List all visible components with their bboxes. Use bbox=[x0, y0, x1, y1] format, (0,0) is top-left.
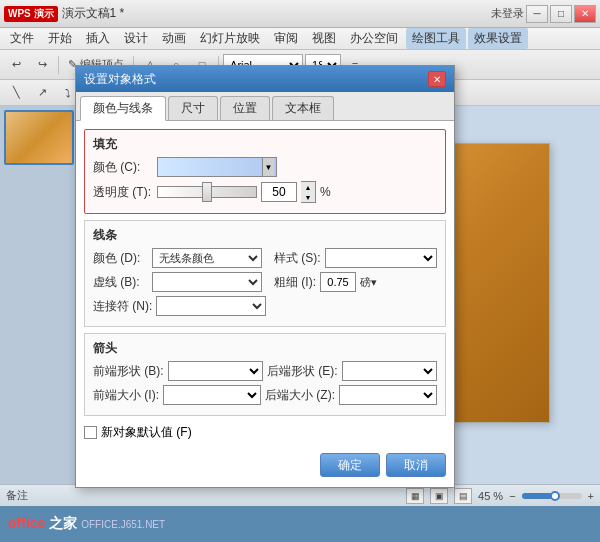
dialog-tabs: 颜色与线条 尺寸 位置 文本框 bbox=[76, 92, 454, 121]
login-text: 未登录 bbox=[491, 6, 524, 21]
front-shape-row: 前端形状 (B): 后端形状 (E): bbox=[93, 361, 437, 381]
dialog-content: 填充 颜色 (C): ▼ 透明度 (T): 50 bbox=[76, 121, 454, 487]
menu-office-space[interactable]: 办公空间 bbox=[344, 28, 404, 49]
transparency-spin-buttons: ▲ ▼ bbox=[301, 181, 316, 203]
status-right: ▦ ▣ ▤ 45 % − + bbox=[406, 488, 594, 504]
menu-start[interactable]: 开始 bbox=[42, 28, 78, 49]
tab-size[interactable]: 尺寸 bbox=[168, 96, 218, 120]
line-width-unit: 磅▾ bbox=[360, 275, 377, 290]
format-object-dialog: 设置对象格式 ✕ 颜色与线条 尺寸 位置 文本框 填充 颜色 (C): ▼ bbox=[75, 65, 455, 488]
line-dash-select[interactable] bbox=[152, 272, 262, 292]
line-dash-label: 虚线 (B): bbox=[93, 274, 148, 291]
arrow-section: 箭头 前端形状 (B): 后端形状 (E): 前端大小 (I): 后端大小 (Z… bbox=[84, 333, 446, 416]
title-bar-right: 未登录 ─ □ ✕ bbox=[491, 5, 596, 23]
back-shape-select[interactable] bbox=[342, 361, 437, 381]
slide-thumbnail[interactable] bbox=[4, 110, 74, 165]
transparency-thumb[interactable] bbox=[202, 182, 212, 202]
wps-logo: WPS 演示 bbox=[4, 6, 58, 22]
view-slide-btn[interactable]: ▣ bbox=[430, 488, 448, 504]
line-section-title: 线条 bbox=[93, 227, 437, 244]
default-checkbox-label: 新对象默认值 (F) bbox=[101, 424, 192, 441]
transparency-spin-up[interactable]: ▲ bbox=[301, 182, 315, 192]
zoom-handle[interactable] bbox=[550, 491, 560, 501]
dialog-close-button[interactable]: ✕ bbox=[428, 71, 446, 87]
arrow-section-title: 箭头 bbox=[93, 340, 437, 357]
line-style-select[interactable] bbox=[325, 248, 437, 268]
office-suffix: 之家 bbox=[49, 515, 77, 531]
main-window: WPS 演示 演示文稿1 * 未登录 ─ □ ✕ 文件 开始 插入 设计 动画 … bbox=[0, 0, 600, 542]
status-notes: 备注 bbox=[6, 488, 28, 503]
view-normal-btn[interactable]: ▦ bbox=[406, 488, 424, 504]
front-shape-select[interactable] bbox=[168, 361, 263, 381]
zoom-slider[interactable] bbox=[522, 493, 582, 499]
fill-section-title: 填充 bbox=[93, 136, 437, 153]
dialog-title-bar: 设置对象格式 ✕ bbox=[76, 66, 454, 92]
line-color-select[interactable]: 无线条颜色 bbox=[152, 248, 262, 268]
line-connector-label: 连接符 (N): bbox=[93, 298, 152, 315]
line-connector-row: 连接符 (N): bbox=[93, 296, 437, 316]
dialog-buttons: 确定 取消 bbox=[84, 449, 446, 479]
line-color-label: 颜色 (D): bbox=[93, 250, 148, 267]
menu-review[interactable]: 审阅 bbox=[268, 28, 304, 49]
slide-thumb-container: 1 bbox=[4, 110, 75, 165]
transparency-label: 透明度 (T): bbox=[93, 184, 153, 201]
tool-btn-2[interactable]: ↪ bbox=[30, 54, 54, 76]
back-size-select[interactable] bbox=[339, 385, 437, 405]
line-dash-row: 虚线 (B): 粗细 (I): 0.75 磅▾ bbox=[93, 272, 437, 292]
office-url: OFFICE.J651.NET bbox=[81, 519, 165, 530]
cancel-button[interactable]: 取消 bbox=[386, 453, 446, 477]
menu-file[interactable]: 文件 bbox=[4, 28, 40, 49]
line-color-row: 颜色 (D): 无线条颜色 样式 (S): bbox=[93, 248, 437, 268]
transparency-slider[interactable] bbox=[157, 186, 257, 198]
default-checkbox-row: 新对象默认值 (F) bbox=[84, 424, 446, 441]
front-size-select[interactable] bbox=[163, 385, 261, 405]
dialog-title-text: 设置对象格式 bbox=[84, 71, 156, 88]
line-connector-select[interactable] bbox=[156, 296, 266, 316]
fill-color-row: 颜色 (C): ▼ bbox=[93, 157, 437, 177]
tool2-2[interactable]: ↗ bbox=[30, 82, 54, 104]
menu-view[interactable]: 视图 bbox=[306, 28, 342, 49]
tab-textbox[interactable]: 文本框 bbox=[272, 96, 334, 120]
line-width-label: 粗细 (I): bbox=[274, 274, 316, 291]
line-width-input[interactable]: 0.75 bbox=[320, 272, 356, 292]
ok-button[interactable]: 确定 bbox=[320, 453, 380, 477]
front-size-row: 前端大小 (I): 后端大小 (Z): bbox=[93, 385, 437, 405]
tool-btn-1[interactable]: ↩ bbox=[4, 54, 28, 76]
tool2-1[interactable]: ╲ bbox=[4, 82, 28, 104]
status-left: 备注 bbox=[6, 488, 28, 503]
bottom-strip: office 之家 OFFICE.J651.NET bbox=[0, 506, 600, 542]
fill-transparency-row: 透明度 (T): 50 ▲ ▼ % bbox=[93, 181, 437, 203]
office-brand-text: office 之家 bbox=[8, 515, 77, 533]
toolbar-sep-1 bbox=[58, 56, 59, 74]
menu-draw-tools[interactable]: 绘图工具 bbox=[406, 28, 466, 49]
front-size-label: 前端大小 (I): bbox=[93, 387, 159, 404]
doc-title: 演示文稿1 * bbox=[62, 5, 125, 22]
office-word: office bbox=[8, 515, 45, 531]
zoom-plus-icon[interactable]: + bbox=[588, 490, 594, 502]
default-checkbox[interactable] bbox=[84, 426, 97, 439]
back-size-label: 后端大小 (Z): bbox=[265, 387, 335, 404]
tab-color-lines[interactable]: 颜色与线条 bbox=[80, 96, 166, 121]
menu-bar: 文件 开始 插入 设计 动画 幻灯片放映 审阅 视图 办公空间 绘图工具 效果设… bbox=[0, 28, 600, 50]
fill-color-picker[interactable]: ▼ bbox=[157, 157, 277, 177]
menu-insert[interactable]: 插入 bbox=[80, 28, 116, 49]
menu-design[interactable]: 设计 bbox=[118, 28, 154, 49]
transparency-spin-down[interactable]: ▼ bbox=[301, 192, 315, 202]
menu-slideshow[interactable]: 幻灯片放映 bbox=[194, 28, 266, 49]
front-shape-label: 前端形状 (B): bbox=[93, 363, 164, 380]
login-area: 未登录 bbox=[491, 6, 524, 21]
close-button[interactable]: ✕ bbox=[574, 5, 596, 23]
tab-position[interactable]: 位置 bbox=[220, 96, 270, 120]
fill-color-label: 颜色 (C): bbox=[93, 159, 153, 176]
transparency-input[interactable]: 50 bbox=[261, 182, 297, 202]
minimize-button[interactable]: ─ bbox=[526, 5, 548, 23]
maximize-button[interactable]: □ bbox=[550, 5, 572, 23]
zoom-minus-icon[interactable]: − bbox=[509, 490, 515, 502]
color-dropdown-arrow[interactable]: ▼ bbox=[262, 158, 274, 176]
title-bar-left: WPS 演示 演示文稿1 * bbox=[4, 5, 124, 22]
menu-effect-settings[interactable]: 效果设置 bbox=[468, 28, 528, 49]
percent-sign: % bbox=[320, 185, 331, 199]
view-outline-btn[interactable]: ▤ bbox=[454, 488, 472, 504]
back-shape-label: 后端形状 (E): bbox=[267, 363, 338, 380]
menu-animation[interactable]: 动画 bbox=[156, 28, 192, 49]
